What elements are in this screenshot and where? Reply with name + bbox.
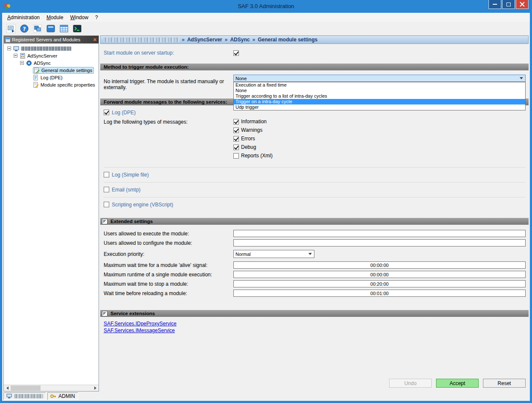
reload-wait-label: Wait time before reloading a module: <box>100 290 233 296</box>
service-extension-link-imessage[interactable]: SAF.Services.IMessageService <box>104 328 175 334</box>
max-runtime-input[interactable] <box>233 271 526 278</box>
service-scripting-engine-checkbox[interactable] <box>104 202 109 207</box>
breadcrumb-separator: » <box>182 37 185 43</box>
service-scripting-engine-label: Scripting engine (VBScript) <box>112 202 173 208</box>
section-collapse-icon[interactable] <box>102 311 108 316</box>
logtype-warnings-checkbox[interactable] <box>233 128 239 133</box>
breadcrumb-adsyncserver[interactable]: AdSyncServer <box>187 37 222 43</box>
startup-label: Start module on server startup: <box>100 50 233 56</box>
reload-wait-input[interactable] <box>233 290 526 297</box>
section-trigger-header: Method to trigger module execution: <box>100 64 529 70</box>
divider <box>104 197 526 197</box>
max-stop-wait-label: Maximum wait time to stop a module: <box>100 281 233 287</box>
dropdown-option[interactable]: None <box>234 88 525 93</box>
tree-node-log-dpe[interactable]: Log (DPE) <box>4 74 99 81</box>
chevron-down-icon <box>520 77 523 79</box>
dropdown-option[interactable]: Udp trigger <box>234 104 525 110</box>
execution-priority-select[interactable]: Normal <box>233 250 314 258</box>
users-configure-label: Users allowed to configure the module: <box>100 240 233 246</box>
sidebar-horizontal-scrollbar[interactable] <box>4 385 99 391</box>
service-log-dpe-checkbox[interactable] <box>104 110 109 115</box>
application-window: SAF 3.0 Administration Administration Mo… <box>0 0 532 403</box>
menu-module[interactable]: Module <box>43 13 67 22</box>
server-icon <box>20 53 26 59</box>
divider <box>104 182 526 183</box>
maximize-icon <box>506 3 511 6</box>
logtype-label: Debug <box>241 144 256 150</box>
close-button[interactable] <box>516 0 529 9</box>
maximize-button[interactable] <box>502 0 515 9</box>
log-page-icon <box>33 75 39 81</box>
panel-icon[interactable] <box>46 23 56 34</box>
chevron-down-icon <box>308 253 312 255</box>
logtype-errors-checkbox[interactable] <box>233 136 239 142</box>
sidebar-header: Registered Servers and Modules ✕ <box>4 36 99 43</box>
tree-node-label: Log (DPE) <box>41 75 62 80</box>
tree-node-adsync[interactable]: ADSync <box>4 59 99 67</box>
computer-icon <box>6 394 12 399</box>
service-extension-link-idpeproxy[interactable]: SAF.Services.IDpeProxyService <box>104 321 177 328</box>
cascade-windows-icon[interactable] <box>32 23 43 34</box>
admin-icon <box>50 394 56 399</box>
logtype-reports-checkbox[interactable] <box>233 153 239 159</box>
scrollbar-track[interactable] <box>11 385 92 391</box>
execution-priority-label: Execution priority: <box>100 251 233 257</box>
help-icon[interactable]: ? <box>19 23 29 34</box>
breadcrumb-adsync[interactable]: ADSync <box>230 37 250 43</box>
trigger-method-combobox[interactable]: None <box>233 75 526 82</box>
undo-button[interactable]: Undo <box>389 379 432 388</box>
console-icon[interactable] <box>72 23 82 34</box>
computer-icon <box>13 46 19 52</box>
service-log-simple-file-label: Log (Simple file) <box>112 172 149 178</box>
startup-checkbox[interactable] <box>233 50 239 56</box>
users-execute-input[interactable] <box>233 230 526 237</box>
tree-node-adsyncserver[interactable]: AdSyncServer <box>4 52 99 59</box>
section-collapse-icon[interactable] <box>102 219 108 224</box>
logtype-label: Warnings <box>241 127 262 133</box>
redacted-breadcrumb-server <box>103 38 179 42</box>
sidebar-title: Registered Servers and Modules <box>12 37 93 42</box>
settings-content: Start module on server startup: Method t… <box>100 44 529 391</box>
tree-node-label: AdSyncServer <box>27 53 57 58</box>
properties-page-icon <box>33 82 39 88</box>
collapse-expander-icon[interactable] <box>7 46 11 50</box>
pin-icon <box>6 38 10 42</box>
scroll-left-icon[interactable] <box>4 385 11 391</box>
reset-button[interactable]: Reset <box>483 379 526 388</box>
tree-node-module-specific-properties[interactable]: Module specific properties <box>4 81 99 88</box>
alive-signal-input[interactable] <box>233 261 526 269</box>
panel-close-icon[interactable]: ✕ <box>93 38 97 42</box>
service-log-dpe-label: Log (DPE) <box>112 110 136 116</box>
menu-window[interactable]: Window <box>67 13 92 22</box>
redacted-server-name <box>21 46 71 51</box>
register-server-icon[interactable] <box>6 23 16 34</box>
selected-tree-item: General module settings <box>33 67 94 74</box>
svg-text:?: ? <box>23 26 26 32</box>
minimize-button[interactable] <box>488 0 501 9</box>
accept-button[interactable]: Accept <box>436 379 479 388</box>
scroll-right-icon[interactable] <box>92 385 99 391</box>
service-email-smtp-label: Email (smtp) <box>112 187 140 193</box>
dropdown-option[interactable]: Execution at a fixed time <box>234 82 525 88</box>
logtype-debug-checkbox[interactable] <box>233 145 239 150</box>
section-extended-header: Extended settings <box>100 218 529 225</box>
data-grid-icon[interactable] <box>59 23 69 34</box>
scrollbar-thumb[interactable] <box>11 386 41 391</box>
max-stop-wait-input[interactable] <box>233 280 526 287</box>
module-icon <box>26 60 32 66</box>
tree-node-server-root[interactable] <box>4 45 99 52</box>
dropdown-option[interactable]: Trigger according to a list of intra-day… <box>234 93 525 99</box>
menu-help[interactable]: ? <box>92 13 102 22</box>
service-log-simple-file-checkbox[interactable] <box>104 172 109 177</box>
tree-node-general-module-settings[interactable]: General module settings <box>4 67 99 74</box>
dropdown-option-highlighted[interactable]: Trigger on a intra-day cycle <box>234 99 525 104</box>
logtype-information-checkbox[interactable] <box>233 119 239 125</box>
users-configure-input[interactable] <box>233 239 526 246</box>
collapse-expander-icon[interactable] <box>20 61 24 65</box>
service-email-smtp-checkbox[interactable] <box>104 187 109 192</box>
statusbar-admin-panel: ADMIN <box>47 392 78 400</box>
close-icon <box>520 2 525 7</box>
max-runtime-label: Maximum runtime of a single module execu… <box>100 272 233 278</box>
collapse-expander-icon[interactable] <box>14 54 17 58</box>
menu-administration[interactable]: Administration <box>4 13 43 22</box>
